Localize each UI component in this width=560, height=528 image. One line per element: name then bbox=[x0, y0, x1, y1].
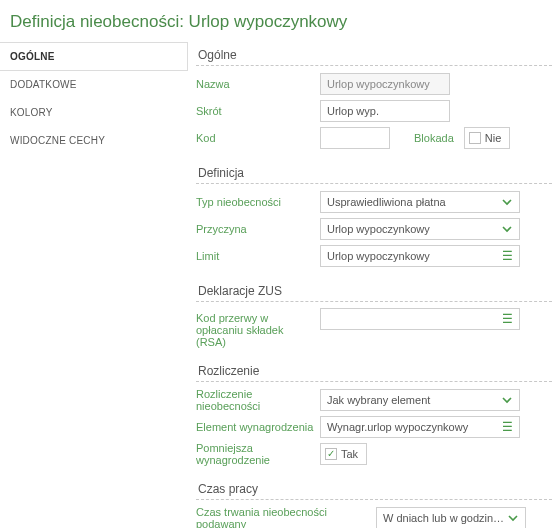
combo-element-wynagrodzenia[interactable]: Wynagr.urlop wypoczynkowy ☰ bbox=[320, 416, 520, 438]
label-czas-trwania: Czas trwania nieobecności podawany bbox=[196, 506, 376, 528]
sidebar-item-widoczne-cechy[interactable]: WIDOCZNE CECHY bbox=[0, 127, 188, 155]
combo-kod-rsa[interactable]: ☰ bbox=[320, 308, 520, 330]
page-title: Definicja nieobecności: Urlop wypoczynko… bbox=[0, 0, 560, 42]
label-rozliczenie-nieobecnosci: Rozliczenie nieobecności bbox=[196, 388, 320, 412]
label-kod: Kod bbox=[196, 132, 320, 144]
combo-rozliczenie-nieobecnosci[interactable]: Jak wybrany element bbox=[320, 389, 520, 411]
combo-typ-nieobecnosci[interactable]: Usprawiedliwiona płatna bbox=[320, 191, 520, 213]
section-definicja: Definicja Typ nieobecności Usprawiedliwi… bbox=[196, 160, 552, 268]
combo-czas-trwania[interactable]: W dniach lub w godzinach bbox=[376, 507, 526, 528]
list-icon: ☰ bbox=[499, 311, 515, 327]
input-nazwa[interactable] bbox=[320, 73, 450, 95]
chevron-down-icon bbox=[505, 510, 521, 526]
section-rozliczenie: Rozliczenie Rozliczenie nieobecności Jak… bbox=[196, 358, 552, 466]
label-limit: Limit bbox=[196, 250, 320, 262]
checkbox-blokada-text: Nie bbox=[485, 132, 502, 144]
chevron-down-icon bbox=[499, 221, 515, 237]
check-icon bbox=[325, 448, 337, 460]
combo-rozl-value: Jak wybrany element bbox=[327, 394, 499, 406]
label-przyczyna: Przyczyna bbox=[196, 223, 320, 235]
label-kod-rsa: Kod przerwy w opłacaniu składek (RSA) bbox=[196, 308, 320, 348]
checkbox-pomniejsza-text: Tak bbox=[341, 448, 358, 460]
checkbox-pomniejsza[interactable]: Tak bbox=[320, 443, 367, 465]
section-title-definicja: Definicja bbox=[196, 160, 552, 184]
input-skrot[interactable] bbox=[320, 100, 450, 122]
section-title-ogolne: Ogólne bbox=[196, 42, 552, 66]
combo-przyczyna[interactable]: Urlop wypoczynkowy bbox=[320, 218, 520, 240]
chevron-down-icon bbox=[499, 392, 515, 408]
combo-czas-value: W dniach lub w godzinach bbox=[383, 512, 505, 524]
square-icon bbox=[469, 132, 481, 144]
section-ogolne: Ogólne Nazwa Skrót Kod Blokada bbox=[196, 42, 552, 150]
section-title-zus: Deklaracje ZUS bbox=[196, 278, 552, 302]
section-title-czas: Czas pracy bbox=[196, 476, 552, 500]
section-title-rozliczenie: Rozliczenie bbox=[196, 358, 552, 382]
sidebar: OGÓLNE DODATKOWE KOLORY WIDOCZNE CECHY bbox=[0, 42, 188, 155]
list-icon: ☰ bbox=[499, 248, 515, 264]
sidebar-item-kolory[interactable]: KOLORY bbox=[0, 99, 188, 127]
input-kod[interactable] bbox=[320, 127, 390, 149]
combo-element-value: Wynagr.urlop wypoczynkowy bbox=[327, 421, 499, 433]
section-czas-pracy: Czas pracy Czas trwania nieobecności pod… bbox=[196, 476, 552, 528]
sidebar-item-dodatkowe[interactable]: DODATKOWE bbox=[0, 71, 188, 99]
combo-przyczyna-value: Urlop wypoczynkowy bbox=[327, 223, 499, 235]
chevron-down-icon bbox=[499, 194, 515, 210]
main-panel: Ogólne Nazwa Skrót Kod Blokada bbox=[188, 42, 560, 528]
label-skrot: Skrót bbox=[196, 105, 320, 117]
sidebar-item-ogolne[interactable]: OGÓLNE bbox=[0, 42, 188, 71]
label-blokada: Blokada bbox=[414, 132, 454, 144]
combo-limit-value: Urlop wypoczynkowy bbox=[327, 250, 499, 262]
label-nazwa: Nazwa bbox=[196, 78, 320, 90]
combo-typ-value: Usprawiedliwiona płatna bbox=[327, 196, 499, 208]
label-element-wynagrodzenia: Element wynagrodzenia bbox=[196, 421, 320, 433]
list-icon: ☰ bbox=[499, 419, 515, 435]
section-zus: Deklaracje ZUS Kod przerwy w opłacaniu s… bbox=[196, 278, 552, 348]
label-typ-nieobecnosci: Typ nieobecności bbox=[196, 196, 320, 208]
checkbox-blokada[interactable]: Nie bbox=[464, 127, 511, 149]
label-pomniejsza-wynagrodzenie: Pomniejsza wynagrodzenie bbox=[196, 442, 320, 466]
combo-limit[interactable]: Urlop wypoczynkowy ☰ bbox=[320, 245, 520, 267]
